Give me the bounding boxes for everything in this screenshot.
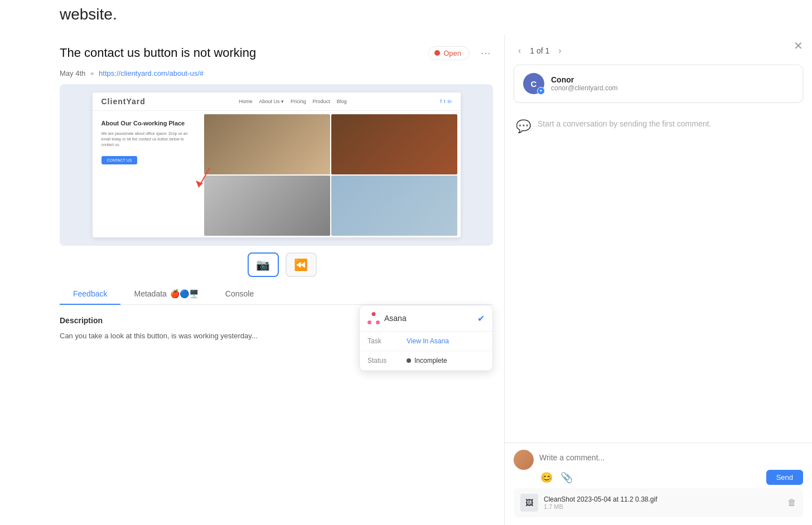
user-name: Conor: [551, 75, 618, 84]
mockup-contact-btn[interactable]: CONTACT US: [102, 156, 138, 164]
issue-url[interactable]: https://clientyard.com/about-us/#: [99, 69, 204, 77]
mockup-logo: ClientYard: [102, 97, 146, 106]
mockup-image-3: [204, 176, 330, 236]
asana-logo-area: Asana: [368, 312, 407, 324]
mockup-nav-links: HomeAbout Us ▾PricingProductBlog: [239, 99, 347, 104]
asana-check-icon: ✔: [477, 313, 485, 324]
comment-area: 😊 📎 Send 🖼 CleanShot 2023-05-04 at 11.2 …: [505, 443, 812, 525]
status-badge[interactable]: Open: [428, 46, 470, 60]
attach-button[interactable]: 📎: [559, 470, 574, 485]
mockup-image-2: [331, 114, 457, 174]
conversation-area: 💬 Start a conversation by sending the fi…: [505, 109, 812, 443]
attachment-file-icon: 🖼: [520, 494, 538, 512]
screenshot-capture-button[interactable]: 📷: [248, 252, 279, 277]
issue-title: The contact us button is not working: [60, 46, 419, 60]
mockup-nav-social: ftin: [440, 99, 451, 104]
feedback-content: Description Can you take a look at this …: [60, 305, 504, 525]
emoji-button[interactable]: 😊: [539, 470, 554, 485]
asana-status-row: Status Incomplete: [360, 351, 492, 371]
avatar-plus-icon: +: [537, 87, 545, 95]
next-page-button[interactable]: ›: [556, 45, 563, 57]
pagination-label: 1 of 1: [530, 46, 549, 55]
asana-task-label: Task: [368, 337, 407, 345]
send-button[interactable]: Send: [766, 470, 803, 485]
attachment-info: CleanShot 2023-05-04 at 11.2 0.38.gif 1.…: [544, 495, 657, 510]
mockup-image-1: [204, 114, 330, 174]
conversation-placeholder: Start a conversation by sending the firs…: [538, 118, 711, 130]
asana-popup: Asana ✔ Task View In Asana Status Incomp…: [359, 305, 493, 371]
mockup-desc: We are passionate about office space. Dr…: [102, 131, 195, 147]
asana-dot-br: [376, 320, 380, 324]
screenshot-area: ClientYard HomeAbout Us ▾PricingProductB…: [60, 84, 493, 246]
issue-date: May 4th: [60, 69, 85, 77]
close-button[interactable]: ✕: [794, 40, 803, 51]
left-panel: The contact us button is not working Ope…: [0, 35, 505, 525]
issue-header: The contact us button is not working Ope…: [60, 35, 504, 69]
attachment-size: 1.7 MB: [544, 503, 657, 510]
more-options-button[interactable]: ⋯: [478, 45, 493, 61]
comment-input-area: 😊 📎 Send: [539, 450, 803, 485]
comment-user-row: 😊 📎 Send: [514, 450, 803, 485]
tab-feedback[interactable]: Feedback: [60, 284, 120, 305]
status-dot-icon: [434, 50, 440, 56]
comment-actions: 😊 📎 Send: [539, 470, 803, 485]
user-avatar: C +: [523, 73, 544, 94]
comment-input[interactable]: [539, 450, 803, 465]
mockup-section-title: About Our Co-working Place: [102, 120, 195, 127]
issue-meta: May 4th ● https://clientyard.com/about-u…: [60, 69, 504, 84]
mockup-image-4: [331, 176, 457, 236]
asana-dot-bl: [368, 320, 371, 324]
user-card: C + Conor conor@clientyard.com: [514, 65, 803, 103]
asana-status-text: Incomplete: [414, 357, 447, 364]
replay-capture-button[interactable]: ⏪: [286, 252, 317, 277]
pagination: ‹ 1 of 1 ›: [505, 35, 812, 65]
asana-name: Asana: [384, 314, 407, 323]
attachment-row: 🖼 CleanShot 2023-05-04 at 11.2 0.38.gif …: [514, 488, 803, 517]
meta-separator: ●: [90, 69, 94, 77]
website-mockup: ClientYard HomeAbout Us ▾PricingProductB…: [93, 93, 461, 237]
asana-task-row: Task View In Asana: [360, 332, 492, 351]
prev-page-button[interactable]: ‹: [516, 45, 523, 57]
mockup-arrow-icon: [193, 165, 215, 193]
mockup-left: About Our Co-working Place We are passio…: [93, 111, 204, 237]
metadata-icons: 🍎🔵🖥️: [170, 289, 199, 298]
tabs-row: Feedback Metadata 🍎🔵🖥️ Console: [60, 284, 493, 305]
user-initial: C: [531, 79, 537, 89]
user-email: conor@clientyard.com: [551, 84, 618, 92]
asana-header: Asana ✔: [360, 305, 492, 332]
status-label: Open: [443, 49, 461, 57]
asana-dot-top: [372, 312, 376, 316]
view-in-asana-link[interactable]: View In Asana: [407, 337, 449, 345]
tab-metadata[interactable]: Metadata 🍎🔵🖥️: [120, 284, 211, 305]
page-top-text: website.: [0, 0, 812, 35]
right-panel: ✕ ‹ 1 of 1 › C + Conor conor@clientyard.…: [505, 35, 812, 525]
asana-status-value: Incomplete: [407, 357, 447, 364]
capture-icons: 📷 ⏪: [60, 246, 504, 284]
comment-avatar: [514, 450, 534, 470]
asana-logo-icon: [368, 312, 380, 324]
asana-status-label: Status: [368, 357, 407, 364]
mockup-images: [204, 111, 461, 237]
mockup-body: About Our Co-working Place We are passio…: [93, 111, 461, 237]
attachment-delete-button[interactable]: 🗑: [787, 498, 796, 508]
conversation-icon: 💬: [516, 119, 531, 134]
user-info: Conor conor@clientyard.com: [551, 75, 618, 92]
mockup-nav: ClientYard HomeAbout Us ▾PricingProductB…: [93, 93, 461, 111]
attachment-name: CleanShot 2023-05-04 at 11.2 0.38.gif: [544, 495, 657, 503]
asana-status-circle-icon: [407, 358, 411, 363]
tab-console[interactable]: Console: [212, 284, 267, 305]
